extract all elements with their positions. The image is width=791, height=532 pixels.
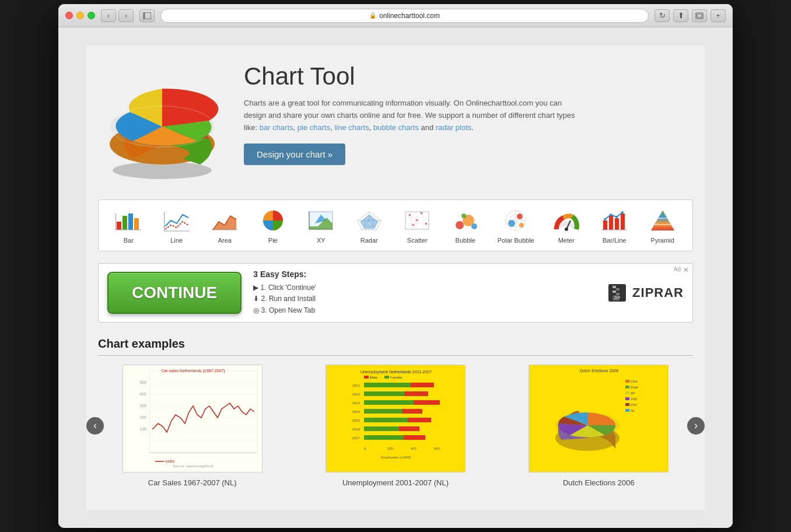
close-button[interactable]	[65, 12, 73, 19]
svg-rect-133	[625, 380, 629, 383]
svg-text:Unemployment Netherlands 2001-: Unemployment Netherlands 2001-2007	[360, 370, 432, 374]
chart-examples-grid: 500 400 300 200 100 Car sales Neth	[98, 365, 693, 487]
forward-button[interactable]: ›	[118, 9, 134, 22]
svg-rect-99	[364, 376, 369, 379]
svg-rect-15	[164, 212, 164, 231]
svg-text:CDA: CDA	[631, 380, 638, 383]
elections-thumbnail: Dutch Elections 2006	[528, 365, 668, 473]
meter-label: Meter	[558, 237, 575, 244]
svg-text:PVV: PVV	[631, 403, 637, 407]
svg-text:400: 400	[411, 447, 417, 450]
svg-text:Employees (x1000): Employees (x1000)	[381, 456, 411, 459]
chart-type-polar-bubble[interactable]: Polar Bubble	[498, 207, 534, 244]
reload-button[interactable]: ↻	[654, 9, 670, 22]
scatter-icon: × × × × ×	[401, 207, 433, 233]
maximize-button[interactable]	[88, 12, 95, 19]
svg-text:500: 500	[139, 380, 146, 384]
svg-text:ZIP: ZIP	[614, 296, 621, 300]
ad-banner: Ad ✕ CONTINUE 3 Easy Steps: ▶ 1. Click '…	[98, 263, 693, 323]
svg-rect-110	[364, 409, 402, 414]
ad-logo: ZIP ZIPRAR	[606, 281, 684, 304]
svg-marker-32	[360, 215, 378, 229]
svg-text:2002: 2002	[352, 393, 360, 396]
chart-type-bubble[interactable]: Bubble	[449, 207, 481, 244]
barline-label: Bar/Line	[603, 237, 626, 244]
svg-text:300: 300	[139, 404, 146, 408]
svg-point-53	[517, 214, 523, 219]
svg-text:×: ×	[425, 221, 428, 226]
svg-text:400: 400	[139, 392, 146, 396]
svg-point-46	[471, 223, 477, 229]
svg-rect-10	[128, 214, 133, 230]
chart-type-area[interactable]: Area	[209, 207, 241, 244]
scatter-label: Scatter	[407, 237, 428, 244]
chart-type-barline[interactable]: Bar/Line	[598, 207, 631, 244]
svg-point-47	[461, 214, 466, 218]
svg-text:2006: 2006	[352, 428, 360, 431]
svg-rect-74	[612, 290, 616, 293]
svg-point-63	[610, 214, 612, 216]
bar-label: Bar	[124, 237, 134, 244]
svg-rect-11	[134, 218, 139, 230]
elections-caption: Dutch Elections 2006	[563, 478, 635, 487]
link-bubble-charts[interactable]: bubble charts	[373, 123, 419, 132]
svg-marker-16	[213, 216, 236, 230]
tab-button[interactable]	[692, 9, 707, 22]
svg-rect-114	[364, 426, 399, 431]
share-button[interactable]: ⬆	[673, 9, 688, 22]
svg-text:600: 600	[434, 447, 440, 450]
svg-rect-1	[143, 12, 145, 19]
link-pie-charts[interactable]: pie charts	[298, 123, 330, 132]
back-button[interactable]: ‹	[101, 9, 116, 22]
design-chart-button[interactable]: Design your chart »	[244, 144, 345, 165]
svg-text:100: 100	[139, 427, 146, 431]
svg-rect-137	[625, 391, 629, 394]
chart-type-xy[interactable]: XY	[305, 207, 337, 244]
svg-text:SP: SP	[631, 391, 635, 395]
pie-chart-icon	[257, 207, 289, 233]
svg-marker-68	[651, 211, 674, 230]
chart-type-scatter[interactable]: × × × × × Scatter	[401, 207, 433, 244]
chart-example-car-sales[interactable]: 500 400 300 200 100 Car sales Neth	[98, 365, 286, 487]
chart-example-unemployment[interactable]: Unemployment Netherlands 2001-2007 Male …	[301, 365, 489, 487]
svg-text:2003: 2003	[352, 401, 360, 405]
car-sales-thumbnail: 500 400 300 200 100 Car sales Neth	[123, 365, 262, 473]
ad-step2: ⬇ 2. Run and Install	[253, 293, 594, 304]
svg-text:sales: sales	[165, 459, 175, 463]
ad-step3: ◎ 3. Open New Tab	[253, 305, 594, 316]
chart-type-bar[interactable]: Bar	[113, 207, 145, 244]
ad-steps-title: 3 Easy Steps:	[253, 270, 594, 279]
chart-example-elections[interactable]: Dutch Elections 2006	[505, 365, 693, 487]
address-bar[interactable]: 🔒 onlinecharttool.com	[160, 9, 649, 23]
svg-rect-108	[364, 400, 414, 405]
chart-type-line[interactable]: Line	[160, 207, 192, 244]
carousel-next-button[interactable]: ›	[687, 417, 705, 435]
continue-button[interactable]: CONTINUE	[107, 272, 242, 314]
barline-icon	[598, 207, 631, 233]
svg-text:×: ×	[415, 218, 418, 223]
link-line-charts[interactable]: line charts	[334, 123, 369, 132]
chart-type-radar[interactable]: Radar	[353, 207, 385, 244]
svg-text:Source: www.bovag/rbv.nl: Source: www.bovag/rbv.nl	[173, 464, 213, 468]
link-bar-charts[interactable]: bar charts	[260, 123, 293, 132]
lock-icon: 🔒	[369, 12, 376, 19]
polar-bubble-label: Polar Bubble	[498, 237, 534, 244]
chart-type-pyramid[interactable]: Pyramid	[646, 207, 678, 244]
svg-rect-13	[116, 214, 116, 230]
svg-text:Car sales Netherlands (1967-20: Car sales Netherlands (1967-2007)	[161, 369, 225, 373]
chart-type-pie[interactable]: Pie	[257, 207, 289, 244]
ad-close-button[interactable]: ✕	[683, 266, 689, 274]
chart-type-meter[interactable]: Meter	[550, 207, 582, 244]
area-label: Area	[218, 237, 232, 244]
chart-examples-title: Chart examples	[98, 337, 693, 356]
sidebar-button[interactable]	[139, 9, 155, 22]
chart-types-bar: Bar Line	[98, 200, 693, 251]
svg-rect-72	[612, 286, 616, 288]
link-radar-plots[interactable]: radar plots	[436, 123, 471, 132]
minimize-button[interactable]	[76, 12, 84, 19]
new-tab-button[interactable]: +	[710, 9, 726, 22]
svg-point-65	[621, 211, 624, 214]
pie-label: Pie	[268, 237, 278, 244]
car-sales-caption: Car Sales 1967-2007 (NL)	[148, 478, 237, 487]
meter-icon	[550, 207, 582, 233]
